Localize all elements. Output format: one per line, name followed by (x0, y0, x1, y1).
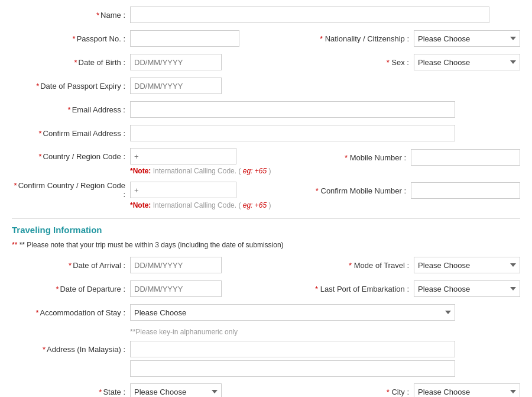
sex-group: * Sex : Please Choose (284, 54, 520, 70)
name-row: *Name : (12, 6, 520, 24)
passport-input[interactable] (130, 30, 239, 47)
address-line2-input[interactable] (130, 360, 455, 377)
state-select[interactable]: Please Choose (130, 383, 222, 397)
confirm-email-input[interactable] (130, 125, 455, 141)
accommodation-select[interactable]: Please Choose (130, 304, 455, 321)
confirm-country-mobile-row: *Confirm Country / Region Code : *Note: … (12, 181, 520, 209)
passport-expiry-row: *Date of Passport Expiry : (12, 77, 520, 95)
dob-sex-row: *Date of Birth : * Sex : Please Choose (12, 53, 520, 71)
name-label: *Name : (12, 11, 130, 20)
mode-travel-label: * Mode of Travel : (284, 261, 414, 270)
dob-input[interactable] (130, 54, 222, 70)
passport-expiry-input[interactable] (130, 78, 222, 94)
confirm-country-subrow: *Confirm Country / Region Code : (12, 181, 271, 199)
address-label: *Address (In Malaysia) : (12, 345, 130, 354)
country-code-subrow: *Country / Region Code : (12, 148, 271, 164)
passport-label: *Passport No. : (12, 34, 130, 43)
city-label: * City : (355, 388, 414, 396)
accommodation-label: *Accommodation of Stay : (12, 308, 130, 317)
confirm-country-label: *Confirm Country / Region Code : (12, 181, 130, 199)
confirm-email-label: *Confirm Email Address : (12, 129, 130, 138)
mode-travel-select[interactable]: Please Choose (414, 257, 520, 273)
departure-input[interactable] (130, 280, 222, 297)
mobile-label: * Mobile Number : (281, 153, 411, 162)
travel-warning: ** ** Please note that your trip must be… (12, 241, 520, 249)
mobile-input[interactable] (411, 149, 520, 166)
passport-expiry-label: *Date of Passport Expiry : (12, 82, 130, 91)
address-row: *Address (In Malaysia) : (12, 341, 520, 377)
mobile-group: * Mobile Number : (281, 149, 520, 166)
sex-select[interactable]: Please Choose (414, 54, 520, 70)
arrival-label: *Date of Arrival : (12, 261, 130, 270)
confirm-mobile-group: * Confirm Mobile Number : (281, 182, 520, 199)
address-subrow: *Address (In Malaysia) : (12, 341, 455, 357)
nationality-group: * Nationality / Citizenship : Please Cho… (284, 30, 520, 47)
dob-label: *Date of Birth : (12, 58, 130, 67)
last-port-label: * Last Port of Embarkation : (284, 285, 414, 293)
confirm-mobile-label: * Confirm Mobile Number : (281, 186, 411, 195)
confirm-email-row: *Confirm Email Address : (12, 124, 520, 142)
country-code-input[interactable] (130, 148, 236, 164)
city-group: * City : Please Choose (355, 383, 520, 397)
sex-label: * Sex : (284, 58, 414, 67)
departure-port-row: *Date of Departure : * Last Port of Emba… (12, 280, 520, 298)
address-line1-input[interactable] (130, 341, 455, 357)
confirm-mobile-input[interactable] (411, 182, 520, 199)
country-code-note: *Note: International Calling Code. ( eg:… (130, 166, 271, 175)
nationality-select[interactable]: Please Choose (414, 30, 520, 47)
confirm-country-input[interactable] (130, 182, 236, 198)
email-label: *Email Address : (12, 105, 130, 114)
form-container: *Name : *Passport No. : * Nationality / … (0, 0, 532, 397)
email-input[interactable] (130, 101, 455, 118)
arrival-mode-row: *Date of Arrival : * Mode of Travel : Pl… (12, 256, 520, 274)
accommodation-note: **Please key-in alphanumeric only (130, 327, 520, 336)
departure-label: *Date of Departure : (12, 285, 130, 293)
nationality-label: * Nationality / Citizenship : (284, 34, 414, 43)
state-label: *State : (12, 388, 130, 396)
passport-nationality-row: *Passport No. : * Nationality / Citizens… (12, 30, 520, 47)
accommodation-row: *Accommodation of Stay : Please Choose (12, 304, 520, 321)
arrival-input[interactable] (130, 257, 222, 273)
confirm-country-note: *Note: International Calling Code. ( eg:… (130, 201, 271, 209)
section-divider (12, 218, 520, 219)
mode-travel-group: * Mode of Travel : Please Choose (284, 257, 520, 273)
name-input[interactable] (130, 7, 489, 23)
address-line2-subrow (12, 360, 455, 377)
email-row: *Email Address : (12, 101, 520, 118)
country-code-label: *Country / Region Code : (12, 152, 130, 161)
last-port-select[interactable]: Please Choose (414, 280, 520, 297)
state-city-row: *State : Please Choose * City : Please C… (12, 383, 520, 397)
country-mobile-row: *Country / Region Code : *Note: Internat… (12, 148, 520, 175)
last-port-group: * Last Port of Embarkation : Please Choo… (284, 280, 520, 297)
city-select[interactable]: Please Choose (414, 383, 520, 397)
traveling-section-title: Traveling Information (12, 225, 520, 235)
